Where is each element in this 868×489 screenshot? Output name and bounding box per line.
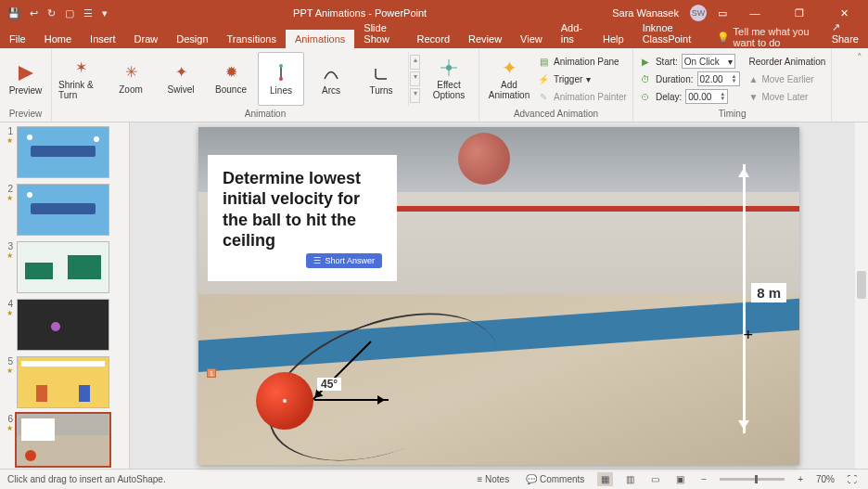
view-reading-icon[interactable]: ▭ — [647, 472, 663, 486]
height-label: 8 m — [751, 283, 786, 302]
bulb-icon: 💡 — [717, 32, 730, 44]
tab-transitions[interactable]: Transitions — [218, 30, 286, 48]
status-message: Click and drag to insert an AutoShape. — [7, 474, 166, 484]
anim-bounce[interactable]: ✹Bounce — [208, 52, 254, 106]
anim-swivel[interactable]: ✦Swivel — [158, 52, 204, 106]
slide-canvas[interactable]: Determine lowest initial velocity for th… — [130, 122, 868, 469]
tell-me-search[interactable]: 💡Tell me what you want to do — [708, 26, 823, 48]
current-slide: Determine lowest initial velocity for th… — [198, 127, 799, 465]
workspace: 1★ 2★ 3★ 4★ 5★ 6★ Determine lowest initi… — [0, 122, 868, 469]
thumb-5[interactable] — [17, 356, 109, 408]
svg-point-3 — [279, 77, 283, 81]
menu-tabs: File Home Insert Draw Design Transitions… — [0, 26, 868, 48]
painter-icon: ✎ — [537, 92, 550, 102]
tab-file[interactable]: File — [0, 30, 35, 48]
start-select[interactable]: On Click▾ — [682, 54, 735, 69]
gym-red-stripe — [347, 206, 799, 212]
height-arrow-icon — [743, 164, 746, 433]
add-animation-button[interactable]: ✦ Add Animation — [485, 52, 533, 106]
thumb-1[interactable] — [17, 126, 109, 178]
comments-button[interactable]: 💬 Comments — [522, 472, 588, 486]
title-bar: 💾 ↩ ↻ ▢ ☰ ▾ PPT Animations - PowerPoint … — [0, 0, 868, 26]
duration-icon: ⏱ — [639, 74, 652, 84]
save-icon[interactable]: 💾 — [7, 7, 20, 19]
group-label-preview: Preview — [6, 108, 45, 120]
view-sorter-icon[interactable]: ▥ — [622, 472, 638, 486]
angle-label: 45° — [317, 378, 341, 391]
duration-label: Duration: — [656, 74, 694, 84]
qat-more-icon[interactable]: ▾ — [102, 7, 108, 19]
tab-slideshow[interactable]: Slide Show — [354, 19, 407, 48]
window-title: PPT Animations - PowerPoint — [115, 7, 605, 19]
redo-icon[interactable]: ↻ — [47, 7, 56, 19]
group-label-timing: Timing — [639, 108, 825, 120]
zoom-slider[interactable] — [720, 478, 785, 481]
tab-animations[interactable]: Animations — [286, 30, 354, 48]
preview-button[interactable]: Preview — [6, 52, 45, 106]
anim-lines[interactable]: Lines — [258, 52, 304, 106]
delay-icon: ⏲ — [639, 92, 652, 102]
status-bar: Click and drag to insert an AutoShape. ≡… — [0, 469, 868, 489]
duration-input[interactable]: 02.00▲▼ — [697, 71, 740, 86]
tab-view[interactable]: View — [511, 30, 552, 48]
thumb-3[interactable] — [17, 241, 109, 293]
slide-thumbnails[interactable]: 1★ 2★ 3★ 4★ 5★ 6★ — [0, 122, 130, 469]
ribbon-display-icon[interactable]: ▭ — [718, 7, 727, 19]
gallery-more[interactable]: ▴▾▾ — [408, 52, 421, 106]
tab-review[interactable]: Review — [459, 30, 511, 48]
fit-to-window-button[interactable]: ⛶ — [844, 472, 861, 486]
delay-input[interactable]: 00.00▲▼ — [685, 89, 728, 104]
thumb-6[interactable] — [17, 414, 109, 466]
horizontal-arrow-icon — [314, 399, 389, 401]
thumb-4[interactable] — [17, 299, 109, 351]
view-normal-icon[interactable]: ▦ — [597, 472, 613, 486]
notes-button[interactable]: ≡ Notes — [473, 472, 513, 486]
tab-addins[interactable]: Add-ins — [552, 19, 594, 48]
thumb-2[interactable] — [17, 184, 109, 236]
share-button[interactable]: ↗ Share — [823, 18, 868, 48]
slideshow-icon[interactable]: ▢ — [65, 7, 74, 19]
animation-painter-button[interactable]: ✎Animation Painter — [537, 88, 627, 105]
restore-icon[interactable]: ❐ — [783, 7, 816, 19]
effect-options-button[interactable]: Effect Options — [425, 52, 473, 106]
user-name[interactable]: Sara Wanasek — [612, 7, 679, 19]
tab-help[interactable]: Help — [594, 30, 633, 48]
anim-zoom[interactable]: ✳Zoom — [108, 52, 154, 106]
tab-insert[interactable]: Insert — [81, 30, 125, 48]
anim-turns[interactable]: Turns — [358, 52, 404, 106]
touch-icon[interactable]: ☰ — [83, 7, 93, 19]
minimize-icon[interactable]: — — [738, 7, 772, 19]
move-earlier-button[interactable]: ▲ Move Earlier — [749, 71, 826, 87]
collapse-ribbon-button[interactable]: ˄ — [832, 48, 868, 122]
add-animation-icon: ✦ — [499, 58, 519, 78]
zoom-out-button[interactable]: − — [697, 472, 710, 486]
view-slideshow-icon[interactable]: ▣ — [672, 472, 688, 486]
anim-arcs[interactable]: Arcs — [308, 52, 354, 106]
vertical-scrollbar[interactable] — [855, 122, 868, 469]
svg-point-2 — [279, 64, 283, 68]
start-icon: ▶ — [639, 57, 652, 67]
tab-record[interactable]: Record — [408, 30, 459, 48]
move-later-button[interactable]: ▼ Move Later — [749, 88, 826, 105]
question-card: Determine lowest initial velocity for th… — [208, 155, 397, 281]
zoom-in-button[interactable]: + — [794, 472, 807, 486]
anim-order-badge[interactable]: 1 — [207, 368, 216, 378]
tab-classpoint[interactable]: Inknoe ClassPoint — [633, 19, 708, 48]
anim-shrink-turn[interactable]: ✶Shrink & Turn — [57, 52, 104, 106]
start-label: Start: — [656, 57, 678, 67]
ribbon: Preview Preview ✶Shrink & Turn ✳Zoom ✦Sw… — [0, 48, 868, 122]
trigger-button[interactable]: ⚡Trigger ▾ — [537, 71, 627, 87]
ball-main-icon — [256, 372, 313, 430]
tab-home[interactable]: Home — [35, 30, 81, 48]
animation-pane-button[interactable]: ▤Animation Pane — [537, 53, 627, 70]
ball-ceiling-icon — [458, 133, 510, 185]
tab-design[interactable]: Design — [167, 30, 217, 48]
undo-icon[interactable]: ↩ — [30, 7, 38, 19]
zoom-level[interactable]: 70% — [816, 474, 835, 484]
preview-icon — [16, 63, 36, 84]
short-answer-button[interactable]: ☰ Short Answer — [306, 253, 382, 268]
pane-icon: ▤ — [537, 57, 550, 67]
tab-draw[interactable]: Draw — [125, 30, 168, 48]
reorder-title: Reorder Animation — [749, 53, 826, 70]
trigger-icon: ⚡ — [537, 74, 550, 84]
